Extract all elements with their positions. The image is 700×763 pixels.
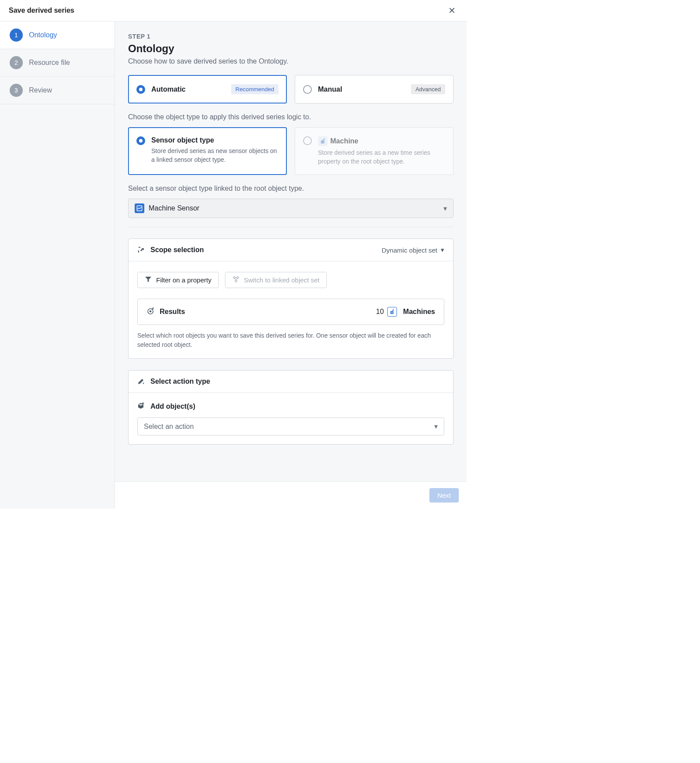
radio-icon (136, 85, 145, 94)
select-placeholder: Select an action (144, 423, 194, 431)
save-derived-series-modal: Save derived series ✕ 1 Ontology 2 Resou… (0, 0, 467, 509)
step-label: Review (29, 86, 52, 94)
select-action-type-panel: Select action type Add object(s) Select … (128, 370, 454, 445)
option-label: Machine (330, 137, 358, 145)
modal-body: 1 Ontology 2 Resource file 3 Review STEP… (0, 21, 467, 509)
step-number: 1 (10, 29, 23, 42)
switch-linked-object-set-button[interactable]: Switch to linked object set (225, 272, 327, 288)
option-label: Manual (318, 86, 342, 93)
button-label: Filter on a property (156, 276, 211, 284)
filter-on-property-button[interactable]: Filter on a property (137, 272, 219, 288)
sensor-select-prompt: Select a sensor object type linked to th… (128, 185, 454, 193)
results-label: Results (160, 308, 185, 316)
wizard-sidebar: 1 Ontology 2 Resource file 3 Review (0, 21, 115, 509)
machine-icon (387, 307, 397, 317)
scope-hint: Select which root objects you want to sa… (137, 331, 444, 349)
object-type-options: Sensor object type Store derived series … (128, 127, 454, 175)
step-ontology[interactable]: 1 Ontology (0, 21, 114, 49)
scope-mode-select[interactable]: Dynamic object set ▾ (382, 246, 444, 254)
step-label: Resource file (29, 59, 70, 67)
cube-plus-icon (137, 402, 145, 411)
panel-title: Select action type (150, 378, 210, 385)
option-description: Store derived series as a new time serie… (318, 149, 445, 166)
divider (128, 227, 454, 227)
option-manual[interactable]: Manual Advanced (295, 75, 454, 103)
button-label: Switch to linked object set (244, 276, 320, 284)
page-title: Ontology (128, 43, 454, 55)
step-resource-file[interactable]: 2 Resource file (0, 49, 114, 77)
option-label: Automatic (151, 86, 186, 93)
close-icon: ✕ (448, 6, 456, 15)
panel-header: Scope selection Dynamic object set ▾ (129, 239, 453, 261)
chevron-down-icon: ▾ (434, 422, 438, 431)
option-description: Store derived series as new sensor objec… (151, 147, 279, 164)
link-icon (232, 276, 239, 284)
chevron-down-icon: ▾ (443, 204, 447, 213)
recommended-badge: Recommended (231, 84, 279, 94)
chevron-down-icon: ▾ (441, 246, 444, 254)
select-value: Machine Sensor (149, 204, 200, 212)
scope-selection-panel: Scope selection Dynamic object set ▾ Fil… (128, 239, 454, 359)
step-label: Ontology (29, 31, 57, 39)
next-button[interactable]: Next (429, 488, 459, 503)
add-objects-header: Add object(s) (137, 402, 444, 411)
add-objects-label: Add object(s) (150, 403, 195, 410)
results-type: Machines (403, 308, 435, 316)
svg-point-1 (322, 141, 323, 143)
modal-title: Save derived series (9, 7, 74, 14)
object-type-prompt: Choose the object type to apply this der… (128, 113, 454, 121)
page-subtitle: Choose how to save derived series to the… (128, 57, 454, 65)
sensor-object-type-select[interactable]: Machine Sensor ▾ (128, 199, 454, 218)
option-automatic[interactable]: Automatic Recommended (128, 75, 287, 103)
scope-icon (137, 246, 145, 254)
step-review[interactable]: 3 Review (0, 77, 114, 104)
step-number: 3 (10, 84, 23, 97)
radio-icon (303, 85, 312, 94)
save-mode-options: Automatic Recommended Manual Advanced (128, 75, 454, 103)
results-count: 10 (376, 308, 384, 316)
radio-icon (303, 136, 312, 145)
machine-icon (318, 136, 328, 146)
option-label: Sensor object type (151, 136, 279, 144)
option-machine: Machine Store derived series as a new ti… (295, 127, 454, 175)
modal-footer: Next (115, 481, 467, 509)
advanced-badge: Advanced (411, 84, 445, 94)
filter-icon (145, 276, 152, 284)
modal-header: Save derived series ✕ (0, 0, 467, 21)
option-sensor-object-type[interactable]: Sensor object type Store derived series … (128, 127, 287, 175)
step-eyebrow: STEP 1 (128, 33, 454, 40)
step-number: 2 (10, 56, 23, 69)
scope-mode-label: Dynamic object set (382, 246, 437, 254)
wizard-main[interactable]: STEP 1 Ontology Choose how to save deriv… (115, 21, 467, 509)
radio-icon (136, 136, 145, 145)
panel-body: Add object(s) Select an action ▾ (129, 393, 453, 444)
target-icon (146, 307, 154, 317)
panel-header: Select action type (129, 371, 453, 393)
chart-icon (135, 203, 144, 213)
svg-point-9 (391, 312, 393, 314)
close-button[interactable]: ✕ (446, 4, 458, 17)
svg-point-5 (235, 280, 237, 282)
select-action-dropdown[interactable]: Select an action ▾ (137, 417, 444, 435)
svg-point-7 (150, 310, 151, 312)
panel-body: Filter on a property Switch to linked ob… (129, 261, 453, 358)
results-box: Results 10 Machines (137, 299, 444, 325)
action-icon (137, 378, 145, 385)
panel-title: Scope selection (150, 246, 204, 254)
